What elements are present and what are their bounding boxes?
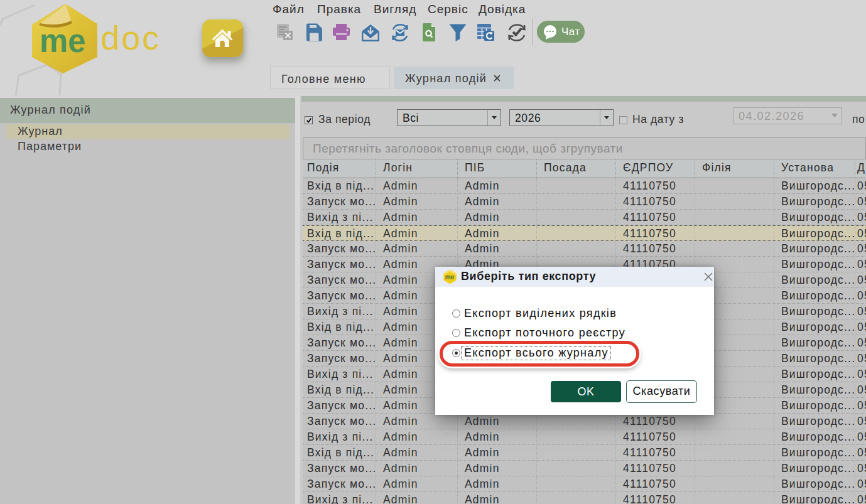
svg-text:me: me bbox=[40, 23, 86, 59]
svg-text:me: me bbox=[445, 274, 455, 281]
